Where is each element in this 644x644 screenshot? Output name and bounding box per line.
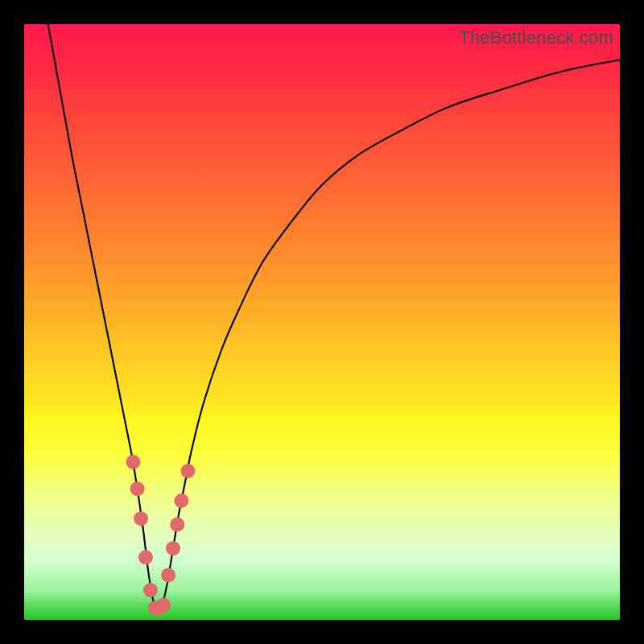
- curve-marker: [156, 598, 171, 613]
- chart-frame: TheBottleneck.com: [0, 0, 644, 644]
- curve-marker: [130, 481, 145, 496]
- curve-marker: [170, 518, 184, 532]
- curve-marker: [181, 464, 196, 478]
- plot-area: TheBottleneck.com: [24, 24, 620, 620]
- bottleneck-curve-path: [48, 24, 620, 611]
- curve-marker: [174, 493, 188, 508]
- curve-marker: [166, 541, 180, 555]
- curve-marker: [134, 511, 148, 526]
- curve-marker: [161, 568, 175, 583]
- curve-marker: [126, 455, 140, 469]
- curve-layer: [24, 24, 620, 620]
- curve-marker: [138, 550, 153, 564]
- curve-marker: [143, 583, 158, 597]
